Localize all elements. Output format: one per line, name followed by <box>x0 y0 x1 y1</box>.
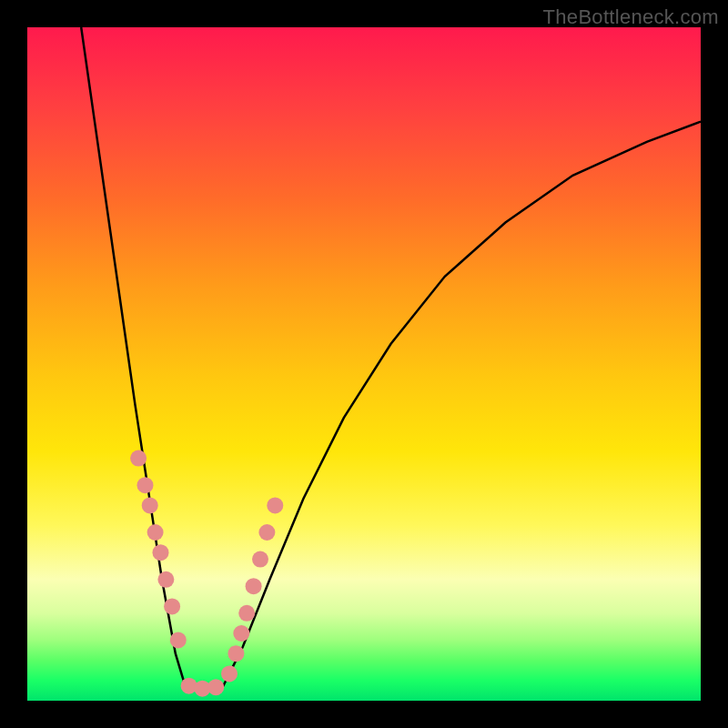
scatter-dot <box>228 645 244 662</box>
scatter-dot <box>233 625 249 642</box>
scatter-dot <box>246 578 262 594</box>
scatter-dot <box>137 477 154 493</box>
scatter-dot <box>181 678 197 694</box>
chart-frame: TheBottleneck.com <box>0 0 728 728</box>
scatter-dot <box>153 544 169 561</box>
scatter-dot <box>142 497 158 513</box>
watermark-text: TheBottleneck.com <box>543 5 719 29</box>
scatter-dot <box>221 665 238 682</box>
scatter-dot <box>267 497 283 513</box>
chart-svg <box>27 27 701 701</box>
scatter-dot <box>130 450 147 467</box>
v-curve <box>81 27 701 691</box>
scatter-dot <box>258 524 275 541</box>
scatter-dot <box>157 571 174 588</box>
plot-area <box>27 27 701 701</box>
scatter-dot <box>164 598 180 614</box>
scatter-dot <box>170 632 187 648</box>
scatter-dot <box>207 679 224 695</box>
scatter-dot <box>147 524 164 541</box>
scatter-dots <box>130 450 283 697</box>
scatter-dot <box>238 605 255 622</box>
scatter-dot <box>252 551 268 568</box>
